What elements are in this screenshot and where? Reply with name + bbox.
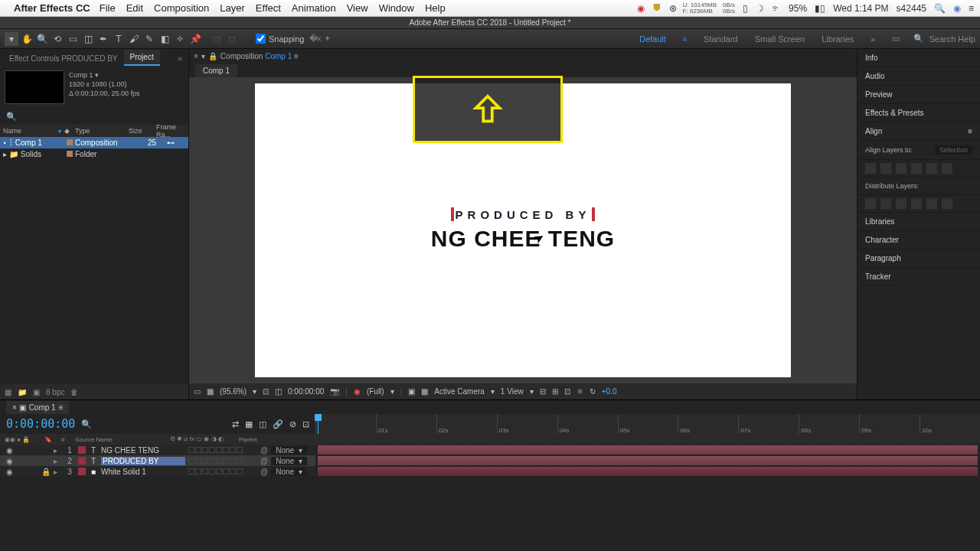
tl-icon6[interactable]: ⊡	[302, 419, 309, 429]
panel-align[interactable]: Align≡	[858, 122, 980, 141]
spotlight-icon[interactable]: 🔍	[934, 3, 946, 14]
menu-edit[interactable]: Edit	[126, 2, 143, 14]
puppet-tool-icon[interactable]: 📌	[188, 32, 202, 46]
ellipse-tool-icon[interactable]: ◫	[81, 32, 95, 46]
exposure-value[interactable]: +0.0	[602, 387, 617, 396]
lock-icon[interactable]: 🔒	[208, 52, 217, 60]
wifi-icon[interactable]: ᯤ	[772, 3, 781, 14]
ws-default[interactable]: Default	[639, 34, 666, 44]
layer-bar-2[interactable]	[318, 456, 978, 465]
snap-opt-icon[interactable]: �к	[309, 34, 322, 44]
panel-effects[interactable]: Effects & Presets	[858, 104, 980, 122]
sort-icon[interactable]: ▾	[58, 128, 61, 135]
roi-icon[interactable]: ▣	[408, 387, 415, 396]
tl-search-icon[interactable]: 🔍	[81, 419, 92, 429]
tab-effect-controls[interactable]: Effect Controls PRODUCED BY	[3, 51, 124, 66]
comp-thumbnail[interactable]	[5, 70, 64, 104]
project-row-comp1[interactable]: ▸ ᎒ Comp 1 Composition 25 ⊷	[0, 137, 188, 148]
magnify-icon[interactable]: ▭	[194, 387, 201, 396]
orbit-tool-icon[interactable]: ⟲	[51, 32, 64, 46]
timeline-tab[interactable]: × ▣ Comp 1 ≡	[6, 401, 69, 414]
cc-icon[interactable]: ⊛	[669, 3, 677, 14]
interpret-icon[interactable]: ▦	[5, 388, 11, 396]
notif-icon[interactable]: ≡	[969, 3, 974, 14]
panel-character[interactable]: Character	[858, 231, 980, 249]
ws-libs[interactable]: Libraries	[822, 34, 854, 44]
layer-bar-1[interactable]	[318, 445, 978, 455]
siri-icon[interactable]: ◉	[953, 3, 961, 14]
ws-small[interactable]: Small Screen	[755, 34, 805, 44]
layer-bar-3[interactable]	[318, 467, 978, 476]
project-search[interactable]: 🔍	[0, 109, 188, 125]
menu-layer[interactable]: Layer	[220, 2, 245, 14]
record-icon[interactable]: ◉	[637, 3, 645, 14]
text-name[interactable]: NG CHEE TENG	[431, 226, 615, 252]
vf-icon3[interactable]: ⊡	[564, 387, 570, 396]
mode2-icon[interactable]: ◻	[225, 32, 239, 46]
vf-icon1[interactable]: ⊟	[540, 387, 546, 396]
tl-icon5[interactable]: ⊘	[289, 419, 296, 429]
tl-icon2[interactable]: ▦	[245, 419, 253, 429]
phone-icon[interactable]: ▯	[743, 3, 748, 14]
layer-row-3[interactable]: ◉🔒 ▸3 ■ White Solid 1 @None ▾	[0, 466, 980, 477]
new-comp-icon[interactable]: ▣	[33, 388, 40, 396]
vf-icon2[interactable]: ⊞	[552, 387, 558, 396]
clone-tool-icon[interactable]: ✎	[142, 32, 156, 46]
menu-animation[interactable]: Animation	[292, 2, 336, 14]
menu-composition[interactable]: Composition	[154, 2, 209, 14]
menu-effect[interactable]: Effect	[256, 2, 281, 14]
user[interactable]: s42445	[897, 3, 926, 14]
shield-icon[interactable]: ⛊	[652, 3, 662, 14]
viewer-tab-label[interactable]: Composition Comp 1 ≡	[220, 52, 299, 60]
rect-tool-icon[interactable]: ▭	[66, 32, 80, 46]
res-value[interactable]: (Full)	[367, 387, 384, 396]
playhead[interactable]	[318, 414, 318, 434]
transp-icon[interactable]: ▦	[421, 387, 428, 396]
panel-menu-icon[interactable]: »	[175, 51, 185, 66]
zoom-value[interactable]: (95.6%)	[220, 387, 247, 396]
tl-icon4[interactable]: 🔗	[273, 419, 283, 429]
grid-icon[interactable]: ▦	[207, 387, 214, 396]
layer-row-1[interactable]: ◉ ▸1 T NG CHEE TENG @None ▾	[0, 445, 980, 455]
vf-icon4[interactable]: ⚛	[577, 387, 583, 396]
panel-preview[interactable]: Preview	[858, 86, 980, 104]
close-tab-icon[interactable]: ×	[194, 52, 198, 60]
pen-tool-icon[interactable]: ✒	[96, 32, 110, 46]
selection-tool-icon[interactable]: ▾	[5, 32, 18, 46]
tab-project[interactable]: Project	[124, 50, 160, 66]
clock[interactable]: Wed 1:14 PM	[833, 3, 888, 14]
panel-audio[interactable]: Audio	[858, 67, 980, 86]
menu-view[interactable]: View	[347, 2, 368, 14]
tl-icon3[interactable]: ◫	[259, 419, 266, 429]
text-produced-by[interactable]: PRODUCED BY	[456, 208, 591, 221]
align-icons[interactable]	[858, 160, 980, 178]
battery-icon[interactable]: ▮▯	[815, 3, 825, 14]
timeline-ruler[interactable]: 01s 02s 03s 04s 05s 06s 07s 08s 09s 10s	[315, 414, 980, 434]
app-name[interactable]: After Effects CC	[14, 2, 90, 14]
zoom-tool-icon[interactable]: 🔍	[35, 32, 49, 46]
tl-icon1[interactable]: ⇄	[232, 419, 239, 429]
snapshot-icon[interactable]: 📷	[330, 387, 339, 396]
layer-row-2[interactable]: ◉ ▸2 T PRODUCED BY @None ▾	[0, 455, 980, 466]
ws-menu-icon[interactable]: ≡	[683, 35, 687, 43]
type-tool-icon[interactable]: T	[112, 32, 126, 46]
canvas-area[interactable]: PRODUCED BY NG CHEE TENG ➤	[189, 77, 857, 383]
dnd-icon[interactable]: ☽	[756, 3, 764, 14]
mask-icon[interactable]: ◫	[275, 387, 282, 396]
align-to-row[interactable]: Align Layers to:Selection	[858, 141, 980, 160]
eraser-tool-icon[interactable]: ◧	[158, 32, 172, 46]
camera-dd[interactable]: Active Camera	[434, 387, 485, 396]
mode-icon[interactable]: ◻	[210, 32, 224, 46]
hand-tool-icon[interactable]: ✋	[20, 32, 34, 46]
folder-icon[interactable]: 📁	[18, 388, 27, 396]
panel-libraries[interactable]: Libraries	[858, 213, 980, 231]
res-icon[interactable]: ⊡	[263, 387, 269, 396]
panel-info[interactable]: Info	[858, 49, 980, 67]
roto-tool-icon[interactable]: ✧	[173, 32, 187, 46]
trash-icon[interactable]: 🗑	[70, 388, 78, 396]
timecode[interactable]: 0:00:00:00	[6, 417, 75, 431]
snap-opt2-icon[interactable]: ✦	[324, 34, 331, 44]
comp-subtab[interactable]: Comp 1	[195, 64, 237, 77]
menu-help[interactable]: Help	[425, 2, 446, 14]
snapping-toggle[interactable]: Snapping �к ✦	[256, 34, 331, 44]
